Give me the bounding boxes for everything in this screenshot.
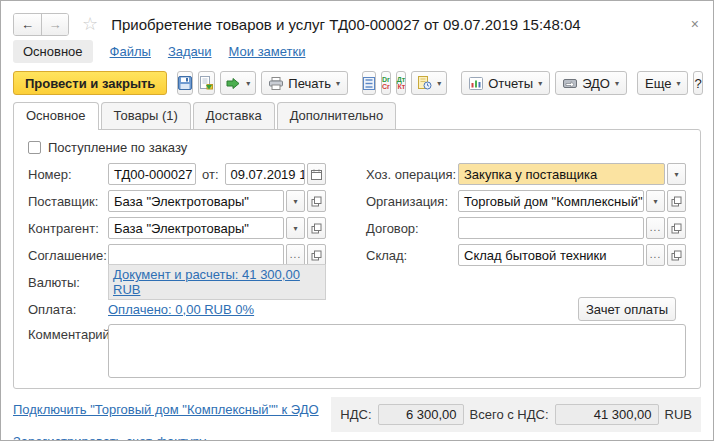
- printer-icon: [269, 77, 283, 90]
- connect-edo-link[interactable]: Подключить "Торговый дом "Комплексный"" …: [13, 402, 319, 417]
- chevron-down-icon: ▾: [293, 224, 297, 233]
- counterparty-open-button[interactable]: [307, 217, 326, 239]
- form-right-column: Хоз. операция: Закупка у поставщика ▾ Ор…: [366, 163, 686, 320]
- more-button[interactable]: Еще ▾: [637, 71, 688, 95]
- warehouse-open-button[interactable]: [667, 244, 686, 266]
- register-invoice-link[interactable]: Зарегистрировать счет-фактуру: [13, 434, 319, 441]
- nav-link-files[interactable]: Файлы: [110, 44, 151, 59]
- warehouse-choose-button[interactable]: ...: [646, 244, 665, 266]
- footer: Подключить "Торговый дом "Комплексный"" …: [1, 389, 713, 441]
- drcr-icon: DrCr: [382, 76, 390, 90]
- open-link-icon: [671, 196, 682, 207]
- nav-current-main[interactable]: Основное: [13, 40, 93, 63]
- calendar-icon: [311, 169, 322, 180]
- footer-links: Подключить "Торговый дом "Комплексный"" …: [13, 397, 319, 441]
- edo-label: ЭДО: [582, 76, 610, 91]
- scheduled-document-button[interactable]: ▾: [411, 71, 447, 95]
- tab-additional[interactable]: Дополнительно: [277, 102, 397, 129]
- ellipsis-icon: ...: [290, 250, 301, 260]
- forward-button[interactable]: →: [41, 14, 68, 35]
- agreement-choose-button[interactable]: ...: [286, 244, 305, 266]
- related-nav: Основное Файлы Задачи Мои заметки: [1, 39, 713, 68]
- currency-label: RUB: [665, 407, 692, 422]
- payment-row: Оплата: Оплачено: 0,00 RUB 0%: [28, 298, 326, 320]
- post-button[interactable]: [198, 71, 215, 95]
- tab-main[interactable]: Основное: [13, 102, 99, 130]
- supplier-open-button[interactable]: [307, 190, 326, 212]
- total-label: Всего с НДС:: [470, 407, 549, 422]
- document-register-button[interactable]: [362, 71, 376, 95]
- supplier-input[interactable]: База "Электротовары": [108, 190, 284, 212]
- agreement-open-button[interactable]: [307, 244, 326, 266]
- tab-goods[interactable]: Товары (1): [101, 102, 191, 129]
- organization-dropdown-button[interactable]: ▾: [646, 190, 665, 212]
- order-receipt-checkbox[interactable]: [28, 141, 41, 154]
- tab-delivery[interactable]: Доставка: [193, 102, 275, 129]
- dtkt-icon: ДтКт: [397, 76, 405, 90]
- open-link-icon: [311, 250, 322, 261]
- currencies-row: Валюты: Документ и расчеты: 41 300,00 RU…: [28, 271, 326, 293]
- open-link-icon: [671, 250, 682, 261]
- supplier-dropdown-button[interactable]: ▾: [286, 190, 305, 212]
- organization-label: Организация:: [366, 194, 458, 209]
- edo-icon: [563, 77, 577, 90]
- supplier-label: Поставщик:: [28, 194, 108, 209]
- edo-button[interactable]: ЭДО ▾: [555, 71, 627, 95]
- reports-chart-icon: [469, 77, 483, 90]
- totals-panel: НДС: 6 300,00 Всего с НДС: 41 300,00 RUB: [331, 397, 701, 432]
- payment-label: Оплата:: [28, 302, 108, 317]
- supplier-row: Поставщик: База "Электротовары" ▾: [28, 190, 326, 212]
- comment-label: Комментарий:: [28, 324, 108, 378]
- contract-open-button[interactable]: [667, 217, 686, 239]
- back-button[interactable]: ←: [14, 14, 41, 35]
- payment-offset-button[interactable]: Зачет оплаты: [578, 297, 676, 321]
- currencies-label: Валюты:: [28, 275, 108, 290]
- number-row: Номер: ТД00-000027 от: 09.07.2019 15:48:…: [28, 163, 326, 185]
- contract-input[interactable]: [458, 217, 644, 239]
- create-based-on-button[interactable]: ▾: [220, 71, 256, 95]
- date-input[interactable]: 09.07.2019 15:48:04: [225, 163, 305, 185]
- nav-link-tasks[interactable]: Задачи: [168, 44, 212, 59]
- reports-label: Отчеты: [488, 76, 533, 91]
- counterparty-dropdown-button[interactable]: ▾: [286, 217, 305, 239]
- print-button[interactable]: Печать ▾: [261, 71, 348, 95]
- organization-row: Организация: Торговый дом "Комплексный" …: [366, 190, 686, 212]
- more-label: Еще: [645, 76, 671, 91]
- counterparty-input[interactable]: База "Электротовары": [108, 217, 284, 239]
- counterparty-label: Контрагент:: [28, 221, 108, 236]
- dropdown-caret: ▾: [615, 79, 619, 88]
- create-based-on-icon: [226, 77, 241, 90]
- warehouse-row: Склад: Склад бытовой техники ...: [366, 244, 686, 266]
- close-icon[interactable]: ×: [691, 16, 699, 32]
- ellipsis-icon: ...: [650, 223, 661, 233]
- calendar-button[interactable]: [307, 163, 326, 185]
- nav-link-notes[interactable]: Мои заметки: [229, 44, 306, 59]
- contract-choose-button[interactable]: ...: [646, 217, 665, 239]
- agreement-input[interactable]: [108, 244, 284, 266]
- save-button[interactable]: [177, 71, 193, 95]
- drcr-entries-button[interactable]: DrCr: [381, 71, 391, 95]
- operation-dropdown-button[interactable]: ▾: [667, 163, 686, 185]
- operation-select[interactable]: Закупка у поставщика: [458, 163, 665, 185]
- favorite-star-icon[interactable]: ☆: [82, 15, 98, 33]
- document-clock-icon: [417, 76, 432, 90]
- organization-input[interactable]: Торговый дом "Комплексный": [458, 190, 644, 212]
- contract-label: Договор:: [366, 221, 458, 236]
- post-and-close-button[interactable]: Провести и закрыть: [13, 71, 167, 95]
- organization-open-button[interactable]: [667, 190, 686, 212]
- currencies-link[interactable]: Документ и расчеты: 41 300,00 RUB: [108, 264, 326, 300]
- reports-button[interactable]: Отчеты ▾: [461, 71, 550, 95]
- dtkt-entries-button[interactable]: ДтКт: [396, 71, 406, 95]
- form-tabs: Основное Товары (1) Доставка Дополнитель…: [1, 102, 713, 129]
- help-label: ?: [695, 76, 702, 91]
- warehouse-input[interactable]: Склад бытовой техники: [458, 244, 644, 266]
- comment-input[interactable]: [108, 324, 686, 378]
- comment-row: Комментарий:: [28, 324, 686, 378]
- main-form: Поступление по заказу Номер: ТД00-000027…: [13, 129, 701, 389]
- operation-row: Хоз. операция: Закупка у поставщика ▾: [366, 163, 686, 185]
- agreement-row: Соглашение: ...: [28, 244, 326, 266]
- payment-link[interactable]: Оплачено: 0,00 RUB 0%: [108, 302, 254, 317]
- help-button[interactable]: ?: [693, 71, 703, 95]
- chevron-down-icon: ▾: [653, 197, 657, 206]
- number-input[interactable]: ТД00-000027: [108, 163, 196, 185]
